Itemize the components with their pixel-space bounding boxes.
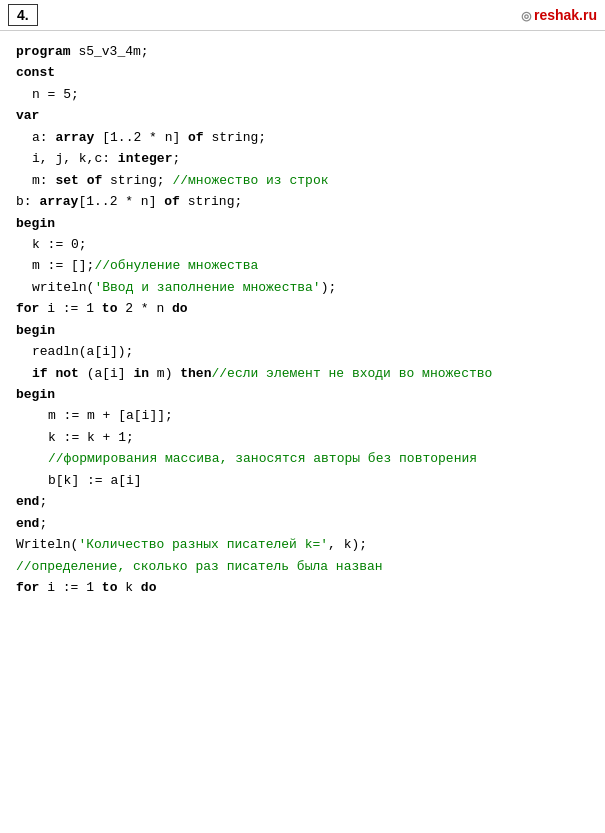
keyword: end xyxy=(16,516,39,531)
code-line: b: array[1..2 * n] of string; xyxy=(16,191,589,212)
code-text: (a[i] xyxy=(79,366,134,381)
code-text: b[k] := a[i] xyxy=(48,473,142,488)
code-text: ; xyxy=(172,151,180,166)
code-text: Writeln( xyxy=(16,537,78,552)
code-line: begin xyxy=(16,384,589,405)
code-text: [1..2 * n] xyxy=(94,130,188,145)
keyword: for xyxy=(16,580,39,595)
code-line: end; xyxy=(16,513,589,534)
problem-number: 4. xyxy=(8,4,38,26)
keyword: of xyxy=(164,194,180,209)
code-line: b[k] := a[i] xyxy=(16,470,589,491)
keyword: set xyxy=(55,173,78,188)
keyword: then xyxy=(180,366,211,381)
keyword: begin xyxy=(16,216,55,231)
keyword: begin xyxy=(16,323,55,338)
code-text: , k); xyxy=(328,537,367,552)
code-text: string; xyxy=(180,194,242,209)
code-line: end; xyxy=(16,491,589,512)
code-text: a: xyxy=(32,130,55,145)
code-text: k xyxy=(117,580,140,595)
code-text: ; xyxy=(39,516,47,531)
code-line: var xyxy=(16,105,589,126)
code-line: k := k + 1; xyxy=(16,427,589,448)
site-logo: ◎ reshak.ru xyxy=(521,7,597,23)
keyword: if xyxy=(32,366,48,381)
code-line: m := [];//обнуление множества xyxy=(16,255,589,276)
keyword: var xyxy=(16,108,39,123)
string-literal: 'Ввод и заполнение множества' xyxy=(94,280,320,295)
code-line: readln(a[i]); xyxy=(16,341,589,362)
keyword: begin xyxy=(16,387,55,402)
keyword: array xyxy=(39,194,78,209)
code-text: i := 1 xyxy=(39,580,101,595)
code-text: writeln( xyxy=(32,280,94,295)
code-line: begin xyxy=(16,320,589,341)
keyword: in xyxy=(133,366,149,381)
code-line: n = 5; xyxy=(16,84,589,105)
comment: //обнуление множества xyxy=(94,258,258,273)
comment: //если элемент не входи во множество xyxy=(211,366,492,381)
comment: //определение, сколько раз писатель была… xyxy=(16,559,383,574)
code-text: s5_v3_4m; xyxy=(71,44,149,59)
keyword: array xyxy=(55,130,94,145)
code-text: 2 * n xyxy=(117,301,172,316)
comment: //множество из строк xyxy=(172,173,328,188)
code-text: m) xyxy=(149,366,180,381)
keyword: of xyxy=(188,130,204,145)
keyword: to xyxy=(102,580,118,595)
keyword: to xyxy=(102,301,118,316)
code-text: ; xyxy=(39,494,47,509)
code-line: Writeln('Количество разных писателей k='… xyxy=(16,534,589,555)
code-text: k := 0; xyxy=(32,237,87,252)
code-text: k := k + 1; xyxy=(48,430,134,445)
code-text: i := 1 xyxy=(39,301,101,316)
code-text: m: xyxy=(32,173,55,188)
code-line: writeln('Ввод и заполнение множества'); xyxy=(16,277,589,298)
comment: //формирования массива, заносятся авторы… xyxy=(48,451,477,466)
keyword: not xyxy=(55,366,78,381)
code-area: program s5_v3_4m;constn = 5;vara: array … xyxy=(0,31,605,608)
code-text: n = 5; xyxy=(32,87,79,102)
keyword: for xyxy=(16,301,39,316)
code-text xyxy=(79,173,87,188)
code-text: i, j, k,c: xyxy=(32,151,118,166)
code-text: string; xyxy=(204,130,266,145)
keyword: integer xyxy=(118,151,173,166)
keyword: do xyxy=(141,580,157,595)
code-line: //формирования массива, заносятся авторы… xyxy=(16,448,589,469)
code-text: readln(a[i]); xyxy=(32,344,133,359)
string-literal: 'Количество разных писателей k=' xyxy=(78,537,328,552)
code-text: m := m + [a[i]]; xyxy=(48,408,173,423)
code-line: for i := 1 to k do xyxy=(16,577,589,598)
code-text: m := []; xyxy=(32,258,94,273)
code-line: program s5_v3_4m; xyxy=(16,41,589,62)
keyword: of xyxy=(87,173,103,188)
code-line: for i := 1 to 2 * n do xyxy=(16,298,589,319)
code-text: ); xyxy=(321,280,337,295)
code-line: i, j, k,c: integer; xyxy=(16,148,589,169)
code-line: a: array [1..2 * n] of string; xyxy=(16,127,589,148)
code-line: m := m + [a[i]]; xyxy=(16,405,589,426)
keyword: program xyxy=(16,44,71,59)
code-line: //определение, сколько раз писатель была… xyxy=(16,556,589,577)
code-line: k := 0; xyxy=(16,234,589,255)
code-text: b: xyxy=(16,194,39,209)
code-line: m: set of string; //множество из строк xyxy=(16,170,589,191)
code-line: const xyxy=(16,62,589,83)
keyword: end xyxy=(16,494,39,509)
code-text: [1..2 * n] xyxy=(78,194,164,209)
code-text: string; xyxy=(102,173,172,188)
top-bar: 4. ◎ reshak.ru xyxy=(0,0,605,31)
keyword: do xyxy=(172,301,188,316)
keyword: const xyxy=(16,65,55,80)
code-line: if not (a[i] in m) then//если элемент не… xyxy=(16,363,589,384)
code-line: begin xyxy=(16,213,589,234)
